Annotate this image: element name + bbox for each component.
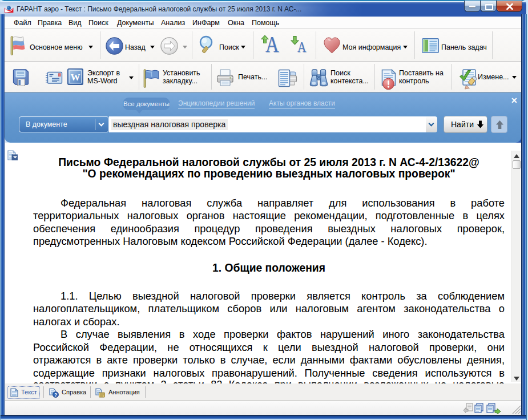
svg-text:W: W (71, 72, 80, 83)
svg-text:?: ? (54, 391, 57, 397)
